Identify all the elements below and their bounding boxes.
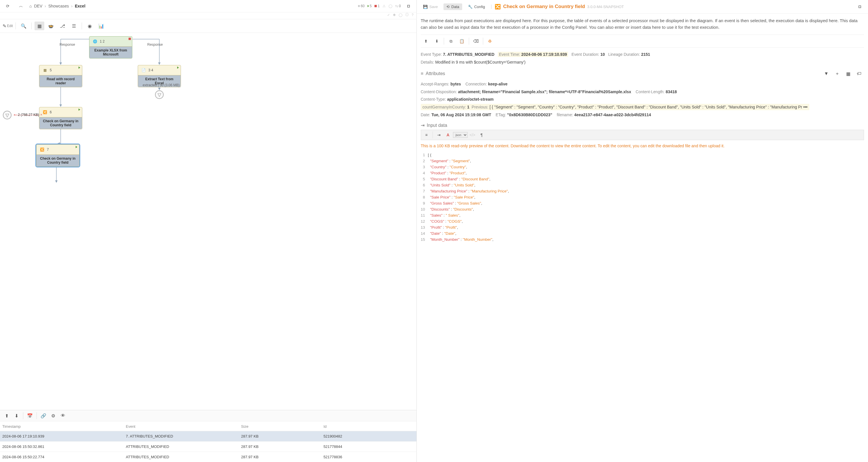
flow-canvas[interactable]: 🌐1 2 Example XLSX from Microsoft Respons…: [0, 33, 416, 410]
crumb-excel[interactable]: Excel: [75, 4, 86, 8]
chart-icon[interactable]: 📊: [96, 22, 106, 30]
description: The runtime data from past executions ar…: [421, 18, 864, 30]
recycle-icon[interactable]: ♻: [485, 37, 495, 45]
copy-icon[interactable]: ⧉: [446, 37, 456, 45]
home-icon[interactable]: ⌂: [29, 4, 32, 8]
node-read-record-reader[interactable]: ▦5 Read with record reader: [39, 65, 82, 87]
maximize-icon[interactable]: [855, 2, 865, 11]
file-icon: 📄: [141, 67, 147, 73]
shuffle-icon: 🔀: [42, 109, 48, 115]
save-button: 💾 Save: [420, 3, 441, 10]
shuffle-icon: 🔀: [39, 147, 45, 153]
upload-icon[interactable]: ⬆: [2, 412, 11, 420]
attributes-list: Accept-Ranges: bytes Connection: keep-al…: [421, 80, 864, 119]
col-size[interactable]: Size: [241, 424, 323, 429]
funnel-icon[interactable]: ▽: [3, 111, 11, 119]
grid-view-icon[interactable]: ▦: [34, 22, 44, 30]
preview-warning: This is a 100 KB read-only preview of th…: [421, 143, 864, 149]
add-icon[interactable]: ＋: [832, 69, 842, 78]
funnel-icon[interactable]: ▽: [155, 90, 164, 99]
status-bar: ≡60 5 1 ⚠ ◯ ⇆0: [358, 2, 413, 10]
breadcrumb: ⌂ DEV › Showcases › Excel: [29, 4, 354, 8]
table-icon[interactable]: ▦: [843, 69, 853, 78]
upload-icon[interactable]: ⬆: [421, 37, 431, 45]
event-meta: Event Type: 7. ATTRIBUTES_MODIFIED Event…: [421, 51, 864, 58]
stack-icon: ≡: [358, 4, 360, 8]
download-icon[interactable]: ⬇: [432, 37, 442, 45]
stop-icon: [129, 38, 131, 40]
col-id[interactable]: Id: [323, 424, 414, 429]
queue-delete-icon[interactable]: ×: [40, 113, 42, 117]
queue-label: ⇠2 (766.27 KB)×: [14, 113, 42, 117]
crumb-dev[interactable]: DEV: [34, 4, 42, 8]
download-icon[interactable]: ⬇: [12, 412, 21, 420]
edge-label-response: Response: [60, 42, 75, 47]
play-icon: [79, 109, 80, 111]
edge-label-extracted: extracted | 30 (3.06 MB): [143, 83, 180, 87]
edit-button[interactable]: ✎Edit: [3, 22, 13, 30]
refresh-icon[interactable]: ⟳: [3, 2, 13, 10]
format-select[interactable]: json: [453, 132, 468, 138]
indent-icon[interactable]: ⇥: [435, 131, 443, 138]
eye-off-icon[interactable]: 👁: [59, 412, 67, 420]
col-event[interactable]: Event: [126, 424, 241, 429]
chevron-up-icon[interactable]: ︿: [16, 2, 26, 10]
col-timestamp[interactable]: Timestamp: [2, 424, 126, 429]
node-example-xlsx[interactable]: 🌐1 2 Example XLSX from Microsoft: [89, 36, 132, 58]
play-icon: [79, 66, 80, 69]
maximize-icon[interactable]: [404, 2, 413, 10]
play-icon: [177, 66, 179, 69]
data-tab[interactable]: ⟲ Data: [443, 3, 462, 10]
events-table: Timestamp Event Size Id 2024-08-06 17:19…: [0, 421, 416, 462]
code-icon[interactable]: </>: [468, 131, 477, 138]
tag-icon[interactable]: 🏷: [854, 69, 864, 78]
font-icon[interactable]: A: [444, 131, 453, 138]
shuffle-icon: 🔀: [495, 4, 501, 10]
table-row[interactable]: 2024-08-06 15:50:22.774ATTRIBUTES_MODIFI…: [0, 452, 416, 462]
cloche-icon[interactable]: 🍲: [46, 22, 56, 30]
processor-title: 🔀 Check on Germany in Country field 3.0.…: [495, 4, 623, 10]
gear-icon[interactable]: ⚙: [49, 412, 58, 420]
pilcrow-icon[interactable]: ¶: [477, 131, 486, 138]
table-icon: ▦: [42, 67, 48, 73]
threads-icon: ⇆: [395, 4, 398, 8]
calendar-icon[interactable]: 📅: [26, 412, 34, 420]
import-icon: ⇥: [421, 123, 425, 128]
globe-icon: 🌐: [92, 38, 98, 44]
paste-icon[interactable]: 📋: [457, 37, 467, 45]
menu-icon[interactable]: ≡: [422, 131, 431, 138]
stopped-icon: [374, 5, 377, 7]
list-icon: ≡: [421, 71, 423, 76]
gauge-icon[interactable]: ◉: [85, 22, 95, 30]
running-icon: [368, 5, 369, 7]
config-tab[interactable]: 🔧 Config: [465, 3, 488, 10]
tree-icon[interactable]: ☰: [69, 22, 79, 30]
code-editor[interactable]: 123456789101112131415 [ { "Segment" : "S…: [421, 152, 864, 243]
filter-icon[interactable]: ▼: [822, 69, 831, 78]
erase-icon[interactable]: ⌫: [471, 37, 481, 45]
node-check-germany-2[interactable]: 🔀7 Check on Germany in Country field: [36, 145, 80, 166]
table-row[interactable]: 2024-08-06 15:50:32.861ATTRIBUTES_MODIFI…: [0, 441, 416, 452]
link-icon[interactable]: 🔗: [39, 412, 48, 420]
play-icon: [75, 146, 78, 148]
search-icon[interactable]: 🔍: [19, 22, 29, 30]
crumb-showcases[interactable]: Showcases: [48, 4, 69, 8]
more-icon[interactable]: •••: [803, 105, 808, 109]
node-check-germany-1[interactable]: 🔀6 Check on Germany in Country field: [39, 107, 82, 129]
branch-icon[interactable]: ⎇: [58, 22, 67, 30]
table-row[interactable]: 2024-08-06 17:19:10.9397. ATTRIBUTES_MOD…: [0, 431, 416, 441]
edge-label-response: Response: [147, 42, 163, 47]
